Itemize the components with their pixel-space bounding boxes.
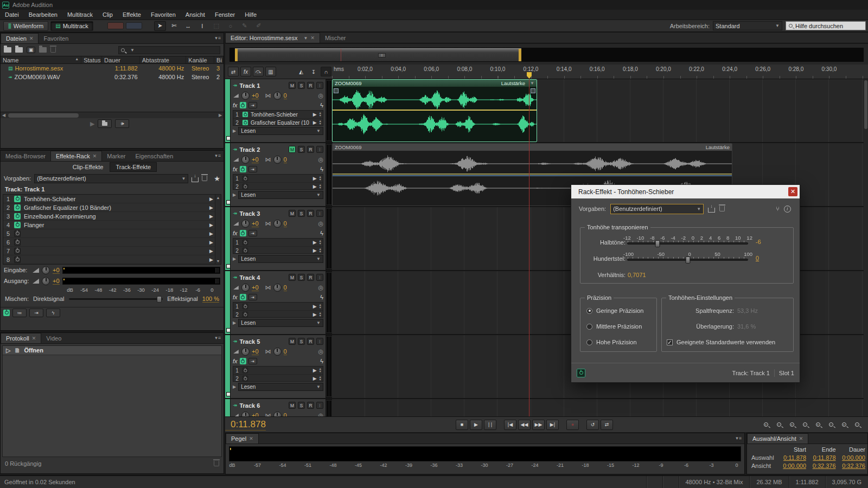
close-icon[interactable]: ✕	[32, 336, 36, 341]
default-settings-row[interactable]: ✓ Geeignete Standardwerte verwenden	[667, 339, 775, 345]
zoom-out-button[interactable]: −	[773, 420, 784, 429]
metronome-icon[interactable]: ◭	[296, 67, 307, 76]
track-effect-slot[interactable]: 1▶▲▼	[233, 367, 323, 375]
zoom-reset-button[interactable]: +	[812, 420, 824, 429]
navigator-right-handle[interactable]	[519, 49, 521, 61]
spin-down-icon[interactable]: ▼	[319, 114, 322, 117]
zoom-in-time-button[interactable]: +	[786, 420, 797, 429]
output-gain-value[interactable]: +0	[53, 278, 60, 285]
subtab-clip-effekte[interactable]: Clip-Effekte	[67, 163, 109, 171]
pan-value[interactable]: 0	[284, 92, 287, 99]
tab-favoriten[interactable]: Favoriten	[39, 33, 73, 43]
radio-icon[interactable]	[586, 324, 592, 330]
navigator-grip[interactable]: ≡	[378, 53, 386, 57]
volume-knob[interactable]	[241, 156, 250, 164]
duration-value[interactable]: 0:32.376	[836, 463, 865, 469]
record-arm-button[interactable]: R	[307, 402, 314, 409]
volume-knob[interactable]	[241, 220, 250, 228]
save-preset-icon[interactable]	[708, 208, 715, 213]
volume-knob[interactable]	[241, 348, 250, 356]
track-effect-slot[interactable]: 2▶▲▼	[233, 247, 323, 254]
scroll-up-icon[interactable]: ▲	[216, 196, 220, 200]
radio-icon[interactable]	[586, 339, 592, 345]
track-effect-slot[interactable]: 1▶▲▼	[233, 303, 323, 311]
solo-button[interactable]: S	[298, 274, 305, 281]
timeline-ruler[interactable]: 0:02,00:04,00:06,00:08,00:10,00:12,00:14…	[332, 65, 868, 79]
end-value[interactable]: 0:11.878	[806, 454, 835, 461]
input-monitor-button[interactable]: I	[316, 146, 323, 153]
play-button[interactable]: ▶	[470, 420, 482, 430]
menu-favoriten[interactable]: Favoriten	[146, 10, 181, 19]
start-value[interactable]: 0:11.878	[777, 454, 806, 461]
delete-preset-icon[interactable]	[719, 206, 725, 211]
track-name[interactable]: Track 6	[239, 402, 260, 409]
duration-value[interactable]: 0:00.000	[836, 454, 865, 461]
automation-mode-select[interactable]: Lesen▼	[238, 319, 323, 327]
spin-down-icon[interactable]: ▼	[319, 178, 322, 181]
menu-fenster[interactable]: Fenster	[210, 10, 240, 19]
radio-hohe-pr-zision[interactable]: Hohe Präzision	[586, 339, 637, 345]
column-header-dauer[interactable]: Dauer	[102, 56, 140, 63]
dialog-presets-select[interactable]: (Benutzerdefiniert) ▼	[610, 204, 704, 214]
track-fx-power-button[interactable]	[240, 358, 246, 364]
mix-slider[interactable]	[69, 298, 163, 300]
power-icon[interactable]	[14, 248, 21, 254]
rewind-button[interactable]: ◀◀	[518, 420, 531, 430]
menu-datei[interactable]: Datei	[0, 10, 24, 19]
slots-scrollbar[interactable]: ▲▼	[215, 195, 221, 264]
volume-value[interactable]: +0	[252, 156, 259, 163]
process-effects-icon[interactable]: ϟ	[320, 230, 323, 236]
navigator-track[interactable]: ≡	[229, 48, 864, 62]
crossfade-icon[interactable]: ⇄	[228, 67, 239, 76]
column-header-bi[interactable]: Bi	[214, 56, 224, 63]
auto-play-button[interactable]: 🕪	[115, 119, 129, 128]
power-icon[interactable]	[14, 222, 21, 228]
volume-value[interactable]: +0	[252, 284, 259, 291]
waveform-view-button[interactable]: ||| Wellenform	[3, 21, 48, 31]
panel-menu-icon[interactable]: ▾≡	[736, 435, 742, 441]
process-effects-icon[interactable]: ϟ	[320, 102, 323, 108]
power-icon[interactable]	[242, 112, 248, 117]
clear-history-icon[interactable]	[214, 461, 219, 466]
end-value[interactable]: 0:32.376	[806, 463, 835, 469]
track-fx-power-button[interactable]	[240, 166, 246, 172]
pause-button[interactable]: | |	[484, 420, 496, 430]
spectral-display-button[interactable]	[107, 22, 124, 29]
input-monitor-button[interactable]: I	[316, 402, 323, 409]
track-name[interactable]: Track 5	[239, 338, 260, 345]
track-color-strip[interactable]	[225, 143, 231, 206]
menu-hilfe[interactable]: Hilfe	[240, 10, 261, 19]
spin-down-icon[interactable]: ▼	[319, 306, 322, 309]
power-icon[interactable]	[14, 204, 21, 211]
record-arm-button[interactable]: R	[307, 82, 314, 89]
radio-geringe-pr-zision[interactable]: Geringe Präzision	[586, 307, 643, 314]
pan-knob[interactable]	[273, 92, 282, 100]
start-value[interactable]: 0:00.000	[777, 463, 806, 469]
zoom-out-point-button[interactable]: −	[851, 420, 863, 429]
effect-slot-2[interactable]: 2Grafischer Equalizer (10 Bänder)▶	[3, 203, 221, 212]
tab-selection-view[interactable]: Auswahl/Ansicht ✕	[747, 433, 808, 444]
spin-down-icon[interactable]: ▼	[319, 123, 322, 125]
mute-button[interactable]: M	[289, 402, 296, 409]
pan-knob[interactable]	[273, 284, 282, 292]
track-lane[interactable]: ZOOM0069Lautstärke▼	[332, 79, 868, 142]
checkbox-checked-icon[interactable]: ✓	[667, 339, 673, 345]
input-monitor-button[interactable]: I	[316, 338, 323, 345]
effect-slot-3[interactable]: 3Einzelband-Komprimierung▶	[3, 212, 221, 221]
scroll-down-icon[interactable]: ▼	[216, 259, 220, 263]
tab-editor[interactable]: Editor: Horrostimme.sesx ▼ ✕	[225, 33, 320, 43]
loop-playback-button[interactable]: ↺	[586, 420, 599, 430]
move-tool-button[interactable]: ➤	[154, 21, 166, 31]
record-button[interactable]: ●	[566, 420, 579, 430]
power-icon[interactable]	[242, 120, 248, 125]
power-icon[interactable]	[242, 248, 248, 253]
solo-button[interactable]: S	[298, 82, 305, 89]
track-effect-slot[interactable]: 1Tonhöhen-Schieber▶▲▼	[233, 111, 323, 119]
automation-read-icon[interactable]: ▶	[233, 320, 236, 325]
volume-value[interactable]: +0	[252, 92, 259, 99]
track-effect-slot[interactable]: 2▶▲▼	[233, 375, 323, 382]
automation-mode-select[interactable]: Lesen▼	[238, 383, 323, 391]
automation-mode-select[interactable]: Lesen▼	[238, 255, 323, 263]
freeze-button[interactable]: ⇥	[248, 102, 257, 108]
history-entry-open[interactable]: ▷ 🗎 Öffnen	[3, 346, 221, 355]
